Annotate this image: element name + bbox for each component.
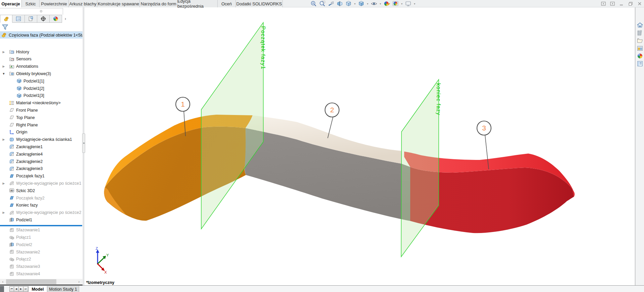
tree-item-obiekty-bry-owe-3-[interactable]: ▼Obiekty bryłowe(3) xyxy=(0,70,83,77)
file-explorer-icon[interactable] xyxy=(636,37,643,44)
hide-show-icon[interactable] xyxy=(370,0,378,7)
tree-item-szkic-3d2[interactable]: 3DSzkic 3D2 xyxy=(0,187,83,194)
command-tab-konstrukcje-spawane[interactable]: Konstrukcje spawane xyxy=(97,0,140,7)
view-orientation-dropdown-icon[interactable]: ▾ xyxy=(353,0,357,7)
tree-item-po-cz1[interactable]: Połącz1 xyxy=(0,234,83,241)
tree-item-podziel1-3-[interactable]: Podziel1[3] xyxy=(0,92,83,99)
scroll-right-icon[interactable]: › xyxy=(76,279,82,285)
plane1-label: Początek fazy1 xyxy=(260,26,266,70)
zoom-area-icon[interactable] xyxy=(318,0,326,7)
section-view-icon[interactable] xyxy=(336,0,344,7)
tree-item-label: Obiekty bryłowe(3) xyxy=(16,71,51,76)
tree-item-label: Annotations xyxy=(16,64,38,69)
plane-poczatek-fazy1[interactable]: Początek fazy1 xyxy=(201,22,266,229)
tree-item-annotations[interactable]: ▶AAnnotations xyxy=(0,63,83,70)
tree-item-podziel2[interactable]: Podziel2 xyxy=(0,241,83,248)
tree-horizontal-scrollbar[interactable]: ‹ › xyxy=(0,279,83,285)
tree-item-po-cz2[interactable]: Połącz2 xyxy=(0,256,83,263)
tree-item-history[interactable]: ▶History xyxy=(0,48,83,55)
view-palette-icon[interactable] xyxy=(636,45,643,52)
command-tab-szkic[interactable]: Szkic xyxy=(22,0,40,7)
command-tab-edycja-bezpo-rednia[interactable]: Edycja bezpośrednia xyxy=(177,0,218,7)
tree-item-zaokr-glenie4[interactable]: Zaokrąglenie4 xyxy=(0,151,83,158)
pane-right-button[interactable] xyxy=(610,1,615,6)
display-style-icon[interactable] xyxy=(357,0,365,7)
nav-last-icon[interactable]: ⏭ xyxy=(23,286,28,292)
tree-item-pocz-tek-fazy1[interactable]: Początek fazy1 xyxy=(0,173,83,180)
edit-appearance-icon[interactable] xyxy=(383,0,391,7)
expand-icon[interactable]: ▶ xyxy=(2,138,5,141)
minimize-button[interactable] xyxy=(619,1,624,6)
expand-icon[interactable]: ▶ xyxy=(2,211,5,214)
graphics-area[interactable]: Początek fazy1 koniec fazy 123 Z Y X xyxy=(0,0,644,292)
bottom-tab-motion-study-1[interactable]: Motion Study 1 xyxy=(47,286,79,292)
tree-item-zaokr-glenie3[interactable]: Zaokrąglenie3 xyxy=(0,165,83,172)
design-library-icon[interactable] xyxy=(636,29,643,36)
view-settings-icon[interactable] xyxy=(404,0,412,7)
tree-item-origin[interactable]: Origin xyxy=(0,129,83,136)
tree-item-pocz-tek-fazy2[interactable]: Początek fazy2 xyxy=(0,194,83,201)
nav-prev-icon[interactable]: ◀ xyxy=(14,286,19,292)
expand-icon[interactable]: ▶ xyxy=(2,65,5,68)
tree-item-top-plane[interactable]: Top Plane xyxy=(0,114,83,121)
expand-icon[interactable]: ▶ xyxy=(2,50,5,54)
tree-item-wyci-gni-cie-cienka-cianka1[interactable]: ▶Wyciągnięcie-cienka ścianka1 xyxy=(0,136,83,143)
view-settings-dropdown-icon[interactable]: ▾ xyxy=(413,0,416,7)
tree-item-wyci-cie-wyci-gni-cie-po-cie-ce2[interactable]: ▶Wycięcie-wyciągnięcie po ścieżce2 xyxy=(0,209,83,216)
command-tab-bar: OperacjeSzkicPowierzchnieArkusz blachyKo… xyxy=(0,0,644,7)
rollback-bar[interactable] xyxy=(0,225,82,226)
tree-item-podziel1-1-[interactable]: Podziel1[1] xyxy=(0,77,83,84)
scroll-left-icon[interactable]: ‹ xyxy=(0,279,6,285)
triad-x-label: X xyxy=(104,270,107,274)
display-style-dropdown-icon[interactable]: ▾ xyxy=(366,0,369,7)
command-tab-powierzchnie[interactable]: Powierzchnie xyxy=(40,0,69,7)
tree-item-label: Wycięcie-wyciągnięcie po ścieżce1 xyxy=(16,181,81,186)
tree-item-zaokr-glenie1[interactable]: Zaokrąglenie1 xyxy=(0,143,83,150)
scroll-thumb[interactable] xyxy=(6,279,56,284)
view-orientation-icon[interactable] xyxy=(344,0,353,7)
tree-item-right-plane[interactable]: Right Plane xyxy=(0,121,83,128)
tree-item-zaokr-glenie2[interactable]: Zaokrąglenie2 xyxy=(0,158,83,165)
pane-left-button[interactable] xyxy=(601,1,606,6)
command-tab-arkusz-blachy[interactable]: Arkusz blachy xyxy=(69,0,97,7)
home-icon[interactable] xyxy=(636,21,643,28)
tree-item-label: Podziel1[1] xyxy=(23,79,44,83)
cube-icon xyxy=(16,85,22,91)
command-tab-dodatki-solidworks[interactable]: Dodatki SOLIDWORKS xyxy=(236,0,283,7)
apply-scene-icon[interactable] xyxy=(391,0,399,7)
tree-item-koniec-fazy[interactable]: Koniec fazy xyxy=(0,202,83,209)
tree-item-materia-nieokre-lony-[interactable]: Materiał <nieokreślony> xyxy=(0,100,83,107)
command-tab-oce-[interactable]: Oceń xyxy=(218,0,236,7)
bottom-tab-model[interactable]: Model xyxy=(28,286,47,292)
close-button[interactable] xyxy=(637,1,642,6)
tree-item-sfazowanie4[interactable]: Sfazowanie4 xyxy=(0,271,83,278)
zoom-fit-icon[interactable] xyxy=(310,0,318,7)
collapse-icon[interactable]: ▼ xyxy=(2,72,5,75)
tree-item-wyci-cie-wyci-gni-cie-po-cie-ce1[interactable]: ▶Wycięcie-wyciągnięcie po ścieżce1 xyxy=(0,180,83,187)
command-tab-operacje[interactable]: Operacje xyxy=(0,0,22,7)
plane-koniec-fazy[interactable]: koniec fazy xyxy=(401,79,441,257)
window-controls xyxy=(601,1,642,6)
tree-item-sfazowanie1[interactable]: Sfazowanie1 xyxy=(0,227,83,234)
tree-item-sfazowanie3[interactable]: Sfazowanie3 xyxy=(0,263,83,270)
fillet-icon xyxy=(9,151,14,157)
tree-item-podziel1-2-[interactable]: Podziel1[2] xyxy=(0,85,83,92)
panel-splitter-handle[interactable] xyxy=(82,133,85,153)
model-body[interactable] xyxy=(104,115,575,233)
tree-item-front-plane[interactable]: Front Plane xyxy=(0,107,83,114)
hide-show-dropdown-icon[interactable]: ▾ xyxy=(379,0,382,7)
appearances-icon[interactable] xyxy=(636,52,643,59)
nav-next-icon[interactable]: ▶ xyxy=(19,286,23,292)
nav-first-icon[interactable]: ⏮ xyxy=(9,286,14,292)
tree-item-podziel1[interactable]: Podziel1 xyxy=(0,216,83,223)
expand-icon[interactable]: ▶ xyxy=(2,182,5,185)
tree-item-label: Sensors xyxy=(16,57,32,61)
tree-item-sensors[interactable]: Sensors xyxy=(0,56,83,63)
command-tab-narz-dzia-do-form[interactable]: Narzędzia do form xyxy=(140,0,177,7)
origin-icon xyxy=(9,129,14,135)
restore-button[interactable] xyxy=(628,1,633,6)
previous-view-icon[interactable] xyxy=(327,0,335,7)
custom-properties-icon[interactable] xyxy=(636,60,643,67)
tree-item-sfazowanie2[interactable]: Sfazowanie2 xyxy=(0,248,83,255)
apply-scene-dropdown-icon[interactable]: ▾ xyxy=(400,0,404,7)
